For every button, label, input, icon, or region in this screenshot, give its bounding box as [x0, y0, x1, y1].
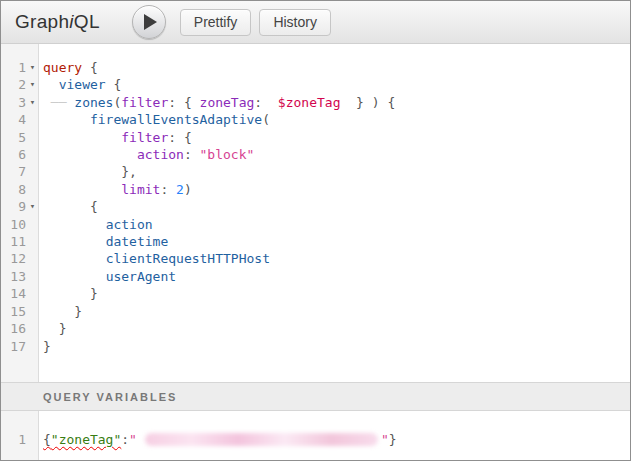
graphiql-logo: GraphiQL: [15, 11, 100, 33]
code-line[interactable]: 12 clientRequestHTTPHost: [1, 250, 630, 267]
code-text: limit: 2): [39, 181, 192, 198]
play-icon: [144, 14, 157, 30]
code-token: :: [254, 95, 277, 110]
query-code: 1▾query {2▾ viewer {3▾ ── zones(filter: …: [1, 44, 630, 355]
code-text: },: [39, 163, 137, 180]
execute-query-button[interactable]: [132, 5, 166, 39]
code-token: }: [43, 321, 66, 336]
code-token: query: [43, 60, 82, 75]
code-text: datetime: [39, 233, 168, 250]
fold-arrow-icon[interactable]: ▾: [26, 94, 39, 111]
code-token: zones: [74, 95, 113, 110]
line-number: 2: [1, 76, 26, 93]
code-token: [43, 112, 90, 127]
line-number: 9: [1, 198, 26, 215]
code-token: firewallEventsAdaptive: [90, 112, 262, 127]
code-line[interactable]: 14 }: [1, 285, 630, 302]
fold-arrow-icon[interactable]: ▾: [26, 76, 39, 93]
code-line[interactable]: 5 filter: {: [1, 129, 630, 146]
code-line[interactable]: 13 userAgent: [1, 268, 630, 285]
code-line[interactable]: 6 action: "block": [1, 146, 630, 163]
code-line[interactable]: 17}: [1, 338, 630, 355]
code-text: }: [39, 285, 98, 302]
line-number: 14: [1, 285, 26, 302]
code-token: }: [43, 286, 98, 301]
code-line[interactable]: 11 datetime: [1, 233, 630, 250]
code-token: [43, 130, 121, 145]
code-token: :: [121, 432, 129, 447]
code-line[interactable]: 7 },: [1, 163, 630, 180]
code-line[interactable]: 10 action: [1, 216, 630, 233]
line-number: 7: [1, 163, 26, 180]
code-token: datetime: [106, 234, 169, 249]
code-text: firewallEventsAdaptive(: [39, 111, 270, 128]
code-text: {: [39, 198, 98, 215]
code-token: : {: [168, 130, 191, 145]
query-variables-title-bar[interactable]: QUERY VARIABLES: [1, 382, 630, 411]
code-line[interactable]: 15 }: [1, 303, 630, 320]
prettify-button[interactable]: Prettify: [180, 9, 252, 36]
query-editor[interactable]: 1▾query {2▾ viewer {3▾ ── zones(filter: …: [1, 44, 630, 382]
line-number: 6: [1, 146, 26, 163]
code-token: [43, 147, 137, 162]
code-line[interactable]: 1{"zoneTag":""}: [1, 431, 630, 448]
redacted-value: [145, 433, 378, 446]
code-token: filter: [121, 130, 168, 145]
query-variables-editor[interactable]: 1{"zoneTag":""}: [1, 411, 630, 460]
code-token: action: [137, 147, 184, 162]
code-line[interactable]: 2▾ viewer {: [1, 76, 630, 93]
code-line[interactable]: 3▾ ── zones(filter: { zoneTag: $zoneTag …: [1, 94, 630, 111]
code-token: {: [43, 432, 51, 447]
code-token: filter: [121, 95, 168, 110]
line-number: 3: [1, 94, 26, 111]
code-text: viewer {: [39, 76, 121, 93]
code-token: ──: [43, 95, 74, 110]
graphiql-window: GraphiQL Prettify History 1▾query {2▾ vi…: [0, 0, 631, 461]
code-text: }: [39, 320, 66, 337]
code-token: action: [106, 217, 153, 232]
line-number: 10: [1, 216, 26, 233]
code-token: zoneTag: [200, 95, 255, 110]
code-token: [43, 77, 59, 92]
code-line[interactable]: 1▾query {: [1, 59, 630, 76]
code-token: userAgent: [106, 269, 176, 284]
fold-arrow-icon[interactable]: ▾: [26, 198, 39, 215]
history-button[interactable]: History: [259, 9, 331, 36]
fold-spacer: [26, 250, 39, 267]
code-line[interactable]: 16 }: [1, 320, 630, 337]
code-token: (: [262, 112, 270, 127]
logo-text-pre: Graph: [15, 11, 69, 32]
code-token: }: [43, 304, 82, 319]
fold-arrow-icon[interactable]: ▾: [26, 59, 39, 76]
line-number: 15: [1, 303, 26, 320]
code-text: }: [39, 338, 51, 355]
code-text: clientRequestHTTPHost: [39, 250, 270, 267]
code-line[interactable]: 4 firewallEventsAdaptive(: [1, 111, 630, 128]
code-token: clientRequestHTTPHost: [106, 251, 270, 266]
fold-spacer: [26, 111, 39, 128]
code-token: ): [184, 182, 192, 197]
code-token: }: [43, 339, 51, 354]
fold-spacer: [26, 431, 39, 448]
code-token: : {: [168, 95, 199, 110]
line-number: 17: [1, 338, 26, 355]
code-line[interactable]: 9▾ {: [1, 198, 630, 215]
code-text: action: [39, 216, 153, 233]
code-token: :: [184, 147, 200, 162]
line-number: 1: [1, 59, 26, 76]
line-number: 11: [1, 233, 26, 250]
toolbar: GraphiQL Prettify History: [1, 1, 630, 44]
fold-spacer: [26, 303, 39, 320]
fold-spacer: [26, 285, 39, 302]
variables-code: 1{"zoneTag":""}: [1, 411, 630, 448]
code-token: [43, 182, 121, 197]
line-number: 12: [1, 250, 26, 267]
code-token: }: [389, 432, 397, 447]
code-line[interactable]: 8 limit: 2): [1, 181, 630, 198]
code-text: ── zones(filter: { zoneTag: $zoneTag } )…: [39, 94, 395, 111]
fold-spacer: [26, 146, 39, 163]
code-token: viewer: [59, 77, 106, 92]
code-token: {: [106, 77, 122, 92]
fold-spacer: [26, 320, 39, 337]
code-token: } ) {: [340, 95, 395, 110]
